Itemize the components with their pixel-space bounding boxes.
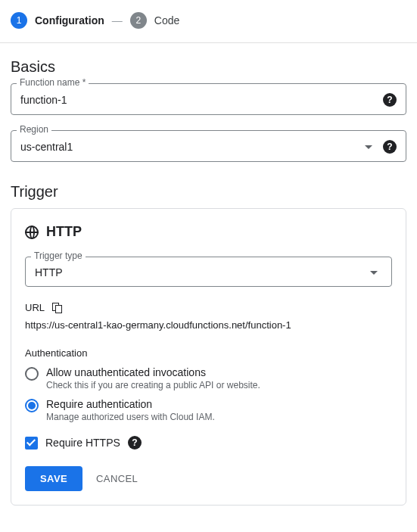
url-label-row: URL: [25, 302, 392, 313]
region-value: us-central1: [20, 141, 359, 153]
auth-heading: Authentication: [25, 347, 392, 359]
chevron-down-icon[interactable]: [370, 271, 378, 275]
function-name-field[interactable]: Function name * ?: [11, 83, 406, 115]
auth-allow-title: Allow unauthenticated invocations: [46, 366, 260, 378]
region-label: Region: [17, 124, 51, 135]
require-https-row[interactable]: Require HTTPS ?: [25, 436, 392, 450]
trigger-card-title: HTTP: [25, 224, 392, 240]
trigger-card: HTTP Trigger type HTTP URL https://us-ce…: [11, 208, 406, 506]
step-2-circle[interactable]: 2: [130, 12, 147, 29]
trigger-card-title-text: HTTP: [46, 224, 82, 240]
basics-heading: Basics: [11, 58, 406, 76]
auth-require-title: Require authentication: [46, 398, 215, 410]
step-1-circle[interactable]: 1: [11, 12, 27, 29]
function-name-input[interactable]: [20, 94, 377, 106]
save-button[interactable]: SAVE: [25, 466, 82, 491]
auth-allow-option[interactable]: Allow unauthenticated invocations Check …: [25, 366, 392, 390]
trigger-type-value: HTTP: [35, 266, 364, 278]
trigger-type-field[interactable]: Trigger type HTTP: [25, 257, 392, 287]
region-field[interactable]: Region us-central1 ?: [11, 130, 406, 162]
button-row: SAVE CANCEL: [25, 466, 392, 491]
chevron-down-icon[interactable]: [365, 145, 372, 149]
help-icon[interactable]: ?: [383, 93, 397, 107]
help-icon[interactable]: ?: [383, 140, 397, 154]
cancel-button[interactable]: CANCEL: [96, 473, 138, 484]
auth-require-desc: Manage authorized users with Cloud IAM.: [46, 412, 215, 422]
require-https-label: Require HTTPS: [45, 437, 120, 449]
radio-checked-icon[interactable]: [25, 399, 39, 412]
step-separator: —: [112, 14, 123, 26]
url-value: https://us-central1-kao-germany.cloudfun…: [25, 319, 392, 331]
trigger-type-label: Trigger type: [31, 250, 86, 261]
copy-icon[interactable]: [52, 303, 63, 313]
auth-allow-desc: Check this if you are creating a public …: [46, 380, 260, 390]
trigger-heading: Trigger: [11, 183, 406, 201]
function-name-label: Function name *: [17, 77, 89, 88]
step-1-label[interactable]: Configuration: [35, 14, 104, 26]
checkbox-checked-icon[interactable]: [25, 437, 38, 450]
url-label: URL: [25, 302, 45, 313]
auth-require-option[interactable]: Require authentication Manage authorized…: [25, 398, 392, 422]
stepper: 1 Configuration — 2 Code: [0, 0, 417, 43]
help-icon[interactable]: ?: [128, 436, 142, 450]
globe-icon: [25, 226, 39, 239]
step-2-label[interactable]: Code: [154, 14, 179, 26]
radio-unchecked-icon[interactable]: [25, 367, 39, 381]
